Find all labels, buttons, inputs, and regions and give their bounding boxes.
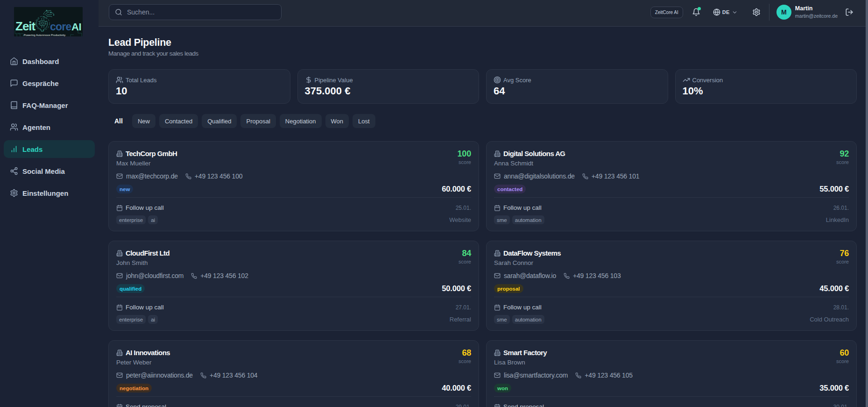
svg-text:Zeit: Zeit [15, 19, 36, 33]
svg-text:AI: AI [71, 21, 81, 33]
svg-text:Powering Autonmous Productivit: Powering Autonmous Productivity. [24, 34, 66, 36]
svg-text:core: core [50, 21, 71, 33]
